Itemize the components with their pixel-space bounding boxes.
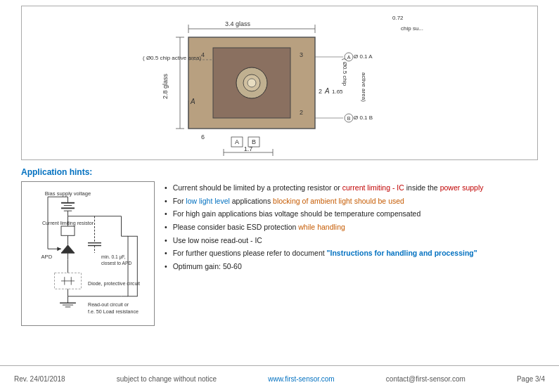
svg-rect-79 [128, 236, 137, 296]
svg-text:6: 6 [201, 133, 205, 141]
svg-text:2: 2 [319, 88, 322, 95]
svg-text:A: A [234, 138, 238, 145]
footer-email: contact@first-sensor.com [386, 375, 465, 383]
hint-7: Optimum gain: 50-60 [165, 261, 538, 272]
svg-text:closest to APD: closest to APD [101, 261, 131, 266]
circuit-svg: Bias supply voltage Current limiting res… [26, 186, 150, 320]
svg-text:1.65: 1.65 [332, 89, 343, 95]
svg-text:( Ø0.5 chip: ( Ø0.5 chip [342, 58, 348, 86]
hints-list: Current should be limited by a protectin… [165, 181, 538, 275]
svg-text:1.7: 1.7 [243, 145, 252, 152]
svg-text:active area): active area) [361, 72, 367, 102]
svg-text:A: A [324, 87, 330, 95]
application-section: Application hints: Bias supply voltage [21, 167, 538, 326]
circuit-diagram-box: Bias supply voltage Current limiting res… [21, 181, 155, 326]
svg-text:B: B [347, 116, 350, 121]
svg-text:Diode, protective circuit: Diode, protective circuit [88, 281, 140, 287]
footer-website[interactable]: www.first-sensor.com [268, 375, 334, 383]
diagram-svg: 4 3 2 6 3.4 glass 2.8 glass ( Ø0.5 chip … [34, 9, 526, 157]
footer-notice: subject to change without notice [117, 375, 217, 383]
svg-text:Bias supply voltage: Bias supply voltage [45, 190, 91, 197]
svg-rect-55 [61, 226, 75, 235]
svg-text:2: 2 [300, 109, 303, 116]
diagram-area: 4 3 2 6 3.4 glass 2.8 glass ( Ø0.5 chip … [21, 6, 538, 160]
svg-text:3.4 glass: 3.4 glass [224, 20, 250, 27]
svg-text:B: B [251, 138, 255, 145]
svg-text:0.72: 0.72 [392, 15, 404, 21]
svg-text:A: A [190, 98, 195, 105]
svg-text:Ø 0.1 A: Ø 0.1 A [354, 53, 373, 60]
svg-marker-62 [61, 245, 75, 253]
hint-3: For high gain applications bias voltage … [165, 209, 538, 219]
hint-5: Use low noise read-out - IC [165, 235, 538, 246]
footer-rev: Rev. 24/01/2018 [14, 375, 65, 383]
svg-text:Ø 0.1 B: Ø 0.1 B [354, 115, 373, 121]
svg-text:2.8 glass: 2.8 glass [162, 73, 169, 99]
svg-text:min. 0.1 µF,: min. 0.1 µF, [101, 254, 126, 260]
svg-text:A: A [347, 55, 350, 60]
app-title: Application hints: [21, 167, 538, 177]
hint-4: Please consider basic ESD protection whi… [165, 222, 538, 233]
svg-text:4: 4 [201, 51, 205, 58]
svg-text:3: 3 [300, 51, 303, 58]
svg-text:Read-out circuit or: Read-out circuit or [88, 302, 129, 308]
svg-point-4 [248, 79, 256, 87]
svg-text:f.e. 50 Load resistance: f.e. 50 Load resistance [88, 309, 139, 315]
svg-text:chip su...: chip su... [401, 25, 423, 32]
footer: Rev. 24/01/2018 subject to change withou… [0, 365, 559, 392]
hint-2: For low light level applications blockin… [165, 196, 538, 207]
footer-page: Page 3/4 [517, 375, 545, 383]
hint-1: Current should be limited by a protectin… [165, 183, 538, 193]
application-content: Application hints: Bias supply voltage [21, 167, 538, 326]
svg-text:APD: APD [41, 254, 53, 260]
svg-text:( Ø0.5 chip active area): ( Ø0.5 chip active area) [143, 55, 201, 61]
hint-6: For further questions please refer to do… [165, 248, 538, 259]
svg-marker-66 [57, 247, 61, 251]
